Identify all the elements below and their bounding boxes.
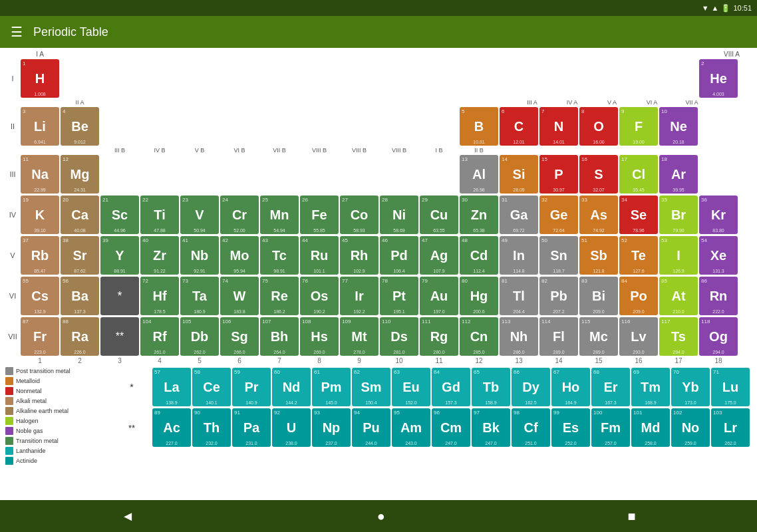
element-Ar[interactable]: 18Ar39.95 [659, 155, 698, 194]
element-Tm[interactable]: 69Tm168.9 [631, 368, 670, 406]
element-Ho[interactable]: 67Ho164.9 [551, 368, 590, 406]
element-F[interactable]: 9F19.00 [619, 107, 658, 146]
element-Se[interactable]: 34Se78.96 [619, 196, 658, 234]
actinide-placeholder[interactable]: ** [100, 317, 139, 356]
element-Li[interactable]: 3Li6.941 [21, 107, 59, 146]
element-Co[interactable]: 27Co58.93 [340, 196, 378, 234]
element-Ta[interactable]: 73Ta180.9 [180, 277, 219, 315]
element-Ir[interactable]: 77Ir192.2 [340, 277, 378, 315]
element-Po[interactable]: 84Po209.0 [619, 277, 658, 315]
element-Cl[interactable]: 17Cl35.45 [619, 155, 658, 194]
element-Sm[interactable]: 62Sm150.4 [352, 368, 390, 406]
element-N[interactable]: 7N14.01 [539, 107, 578, 146]
element-P[interactable]: 15P30.97 [539, 155, 578, 194]
element-Kr[interactable]: 36Kr83.80 [699, 196, 738, 234]
element-Rb[interactable]: 37Rb85.47 [21, 236, 59, 275]
element-Zr[interactable]: 40Zr91.22 [140, 236, 179, 275]
element-Lr[interactable]: 103Lr262.0 [711, 408, 750, 447]
back-button[interactable]: ◄ [121, 509, 134, 524]
element-Cd[interactable]: 48Cd112.4 [460, 236, 498, 275]
element-B[interactable]: 5B10.81 [460, 107, 498, 146]
element-Mn[interactable]: 25Mn54.94 [260, 196, 299, 234]
element-Nh[interactable]: 113Nh286.0 [500, 317, 538, 356]
element-U[interactable]: 92U238.0 [272, 408, 311, 447]
element-Be[interactable]: 4Be9.012 [61, 107, 99, 146]
element-S[interactable]: 16S32.07 [579, 155, 618, 194]
element-Tc[interactable]: 43Tc98.91 [260, 236, 299, 275]
element-Hf[interactable]: 72Hf178.5 [140, 277, 179, 315]
menu-button[interactable]: ☰ [11, 24, 23, 40]
element-Lv[interactable]: 116Lv293.0 [619, 317, 658, 356]
element-Ru[interactable]: 44Ru101.1 [300, 236, 339, 275]
element-Cm[interactable]: 96Cm247.0 [432, 408, 470, 447]
element-Ag[interactable]: 47Ag107.9 [420, 236, 458, 275]
element-Mg[interactable]: 12Mg24.31 [61, 155, 99, 194]
element-Er[interactable]: 68Er167.3 [591, 368, 630, 406]
element-Rg[interactable]: 111Rg280.0 [420, 317, 458, 356]
element-Np[interactable]: 93Np237.0 [312, 408, 351, 447]
element-Lu[interactable]: 71Lu175.0 [711, 368, 750, 406]
element-Sr[interactable]: 38Sr87.62 [61, 236, 99, 275]
element-Cr[interactable]: 24Cr52.00 [220, 196, 259, 234]
element-K[interactable]: 19K39.10 [21, 196, 59, 234]
element-Bk[interactable]: 97Bk247.0 [472, 408, 510, 447]
element-Hg[interactable]: 80Hg200.6 [460, 277, 498, 315]
element-Am[interactable]: 95Am243.0 [392, 408, 430, 447]
element-Ce[interactable]: 58Ce140.1 [192, 368, 231, 406]
element-Rh[interactable]: 45Rh102.9 [340, 236, 378, 275]
element-Fl[interactable]: 114Fl289.0 [539, 317, 578, 356]
element-Sn[interactable]: 50Sn118.7 [539, 236, 578, 275]
element-As[interactable]: 33As74.92 [579, 196, 618, 234]
element-Sc[interactable]: 21Sc44.96 [100, 196, 139, 234]
element-No[interactable]: 102No259.0 [671, 408, 710, 447]
element-W[interactable]: 74W183.8 [220, 277, 259, 315]
element-Os[interactable]: 76Os190.2 [300, 277, 339, 315]
element-Nd[interactable]: 60Nd144.2 [272, 368, 311, 406]
element-Pr[interactable]: 59Pr140.9 [232, 368, 271, 406]
element-Mc[interactable]: 115Mc289.0 [579, 317, 618, 356]
element-Sg[interactable]: 106Sg266.0 [220, 317, 259, 356]
element-Pb[interactable]: 82Pb207.2 [539, 277, 578, 315]
element-Xe[interactable]: 54Xe131.3 [699, 236, 738, 275]
element-Na[interactable]: 11Na22.99 [21, 155, 59, 194]
element-Ac[interactable]: 89Ac227.0 [152, 408, 191, 447]
element-Mt[interactable]: 109Mt278.0 [340, 317, 378, 356]
element-Ts[interactable]: 117Ts294.0 [659, 317, 698, 356]
element-Fm[interactable]: 100Fm257.0 [591, 408, 630, 447]
element-Ge[interactable]: 32Ge72.64 [539, 196, 578, 234]
element-Te[interactable]: 52Te127.6 [619, 236, 658, 275]
element-Th[interactable]: 90Th232.0 [192, 408, 231, 447]
element-Mo[interactable]: 42Mo95.94 [220, 236, 259, 275]
element-Md[interactable]: 101Md258.0 [631, 408, 670, 447]
element-Al[interactable]: 13Al26.98 [460, 155, 498, 194]
element-Cs[interactable]: 55Cs132.9 [21, 277, 59, 315]
element-Eu[interactable]: 63Eu152.0 [392, 368, 430, 406]
recent-button[interactable]: ■ [628, 509, 636, 524]
element-Rf[interactable]: 104Rf261.0 [140, 317, 179, 356]
element-Si[interactable]: 14Si28.09 [500, 155, 538, 194]
element-Gd[interactable]: 64Gd157.3 [432, 368, 470, 406]
element-O[interactable]: 8O16.00 [579, 107, 618, 146]
element-Y[interactable]: 39Y88.91 [100, 236, 139, 275]
element-Yb[interactable]: 70Yb173.0 [671, 368, 710, 406]
element-Tl[interactable]: 81Tl204.4 [500, 277, 538, 315]
home-button[interactable]: ● [377, 509, 385, 524]
element-C[interactable]: 6C12.01 [500, 107, 538, 146]
element-Es[interactable]: 99Es252.0 [551, 408, 590, 447]
element-Dy[interactable]: 66Dy162.5 [512, 368, 550, 406]
element-Pt[interactable]: 78Pt195.1 [380, 277, 418, 315]
element-Ne[interactable]: 10Ne20.18 [659, 107, 698, 146]
element-Sb[interactable]: 51Sb121.8 [579, 236, 618, 275]
element-Ra[interactable]: 88Ra226.0 [61, 317, 99, 356]
element-Hs[interactable]: 108Hs269.0 [300, 317, 339, 356]
element-Fe[interactable]: 26Fe55.85 [300, 196, 339, 234]
element-Fr[interactable]: 87Fr223.0 [21, 317, 59, 356]
element-Rn[interactable]: 86Rn222.0 [699, 277, 738, 315]
element-Pa[interactable]: 91Pa231.0 [232, 408, 271, 447]
element-Pm[interactable]: 61Pm145.0 [312, 368, 351, 406]
element-Ni[interactable]: 28Ni58.69 [380, 196, 418, 234]
element-Og[interactable]: 118Og294.0 [699, 317, 738, 356]
element-La[interactable]: 57La138.9 [152, 368, 191, 406]
element-He[interactable]: 2 He 4.003 [699, 59, 738, 98]
element-Db[interactable]: 105Db262.0 [180, 317, 219, 356]
